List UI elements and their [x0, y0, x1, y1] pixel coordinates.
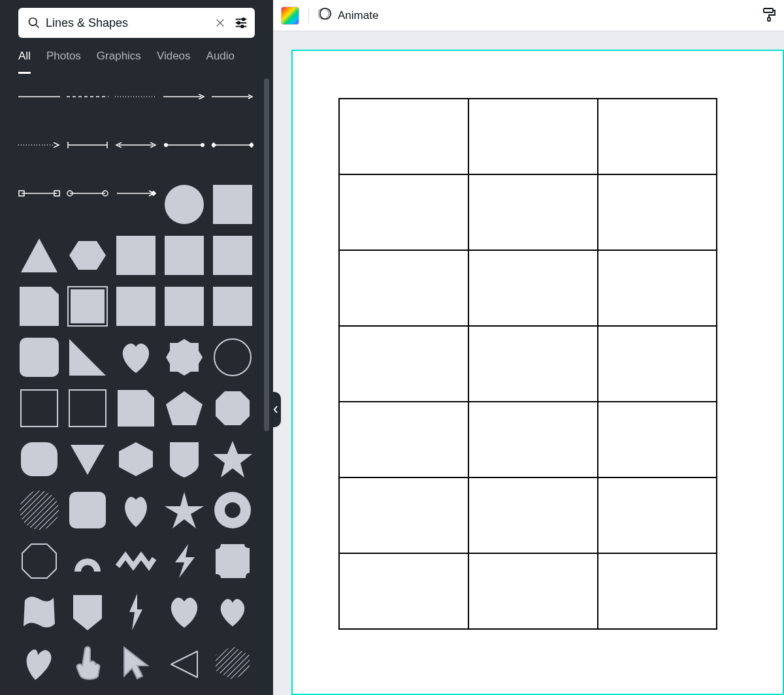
shape-circle-outline[interactable]	[212, 336, 253, 378]
shape-shield[interactable]	[163, 438, 205, 480]
shape-square-filled[interactable]	[212, 184, 253, 225]
shape-square-5[interactable]	[115, 285, 157, 327]
shape-zigzag[interactable]	[115, 540, 157, 582]
shape-octagon-outline[interactable]	[18, 540, 60, 582]
shape-hatched-hexagon[interactable]	[212, 642, 253, 684]
shape-rounded-square[interactable]	[18, 336, 60, 378]
tab-all[interactable]: All	[18, 50, 31, 74]
shape-arrow-thin[interactable]	[212, 87, 253, 106]
tab-audio[interactable]: Audio	[206, 50, 235, 74]
shape-heart-tilt[interactable]	[18, 642, 60, 684]
svg-marker-58	[213, 441, 252, 477]
shape-line-square-ends[interactable]	[18, 184, 60, 203]
tabs: All Photos Graphics Videos Audio	[0, 38, 273, 74]
svg-marker-71	[216, 646, 250, 680]
shape-folded-corner[interactable]	[18, 285, 60, 327]
shape-line-dotted[interactable]	[115, 87, 157, 106]
svg-marker-69	[171, 651, 197, 677]
shape-hatched-circle[interactable]	[18, 489, 60, 531]
filter-icon[interactable]	[234, 16, 248, 30]
svg-point-34	[165, 185, 204, 224]
svg-marker-56	[71, 445, 105, 475]
shape-donut[interactable]	[212, 489, 253, 531]
shape-squircle[interactable]	[18, 438, 60, 480]
shape-square-bordered[interactable]	[67, 285, 108, 327]
shape-circle-filled[interactable]	[163, 184, 205, 225]
shape-square-7[interactable]	[212, 285, 253, 327]
shape-pentagon[interactable]	[163, 387, 205, 429]
shape-line-dashed[interactable]	[67, 87, 108, 106]
shape-star-5[interactable]	[212, 438, 253, 480]
shape-square-6[interactable]	[163, 285, 205, 327]
svg-marker-54	[216, 391, 250, 425]
shape-cursor[interactable]	[115, 642, 157, 684]
tab-videos[interactable]: Videos	[157, 50, 191, 74]
shape-clip-corner[interactable]	[115, 387, 157, 429]
clear-icon[interactable]	[214, 17, 226, 29]
shape-play-triangle[interactable]	[163, 642, 205, 684]
svg-point-64	[225, 502, 240, 518]
shape-square-outline[interactable]	[18, 387, 60, 429]
canvas-grid-element[interactable]	[338, 98, 717, 630]
shape-notched-square[interactable]	[212, 540, 253, 582]
shape-arc[interactable]	[67, 540, 108, 582]
shape-star-outline[interactable]	[163, 489, 205, 531]
svg-rect-46	[213, 287, 252, 326]
canvas-area[interactable]	[273, 31, 784, 695]
shape-line-dot-ends[interactable]	[163, 135, 205, 155]
shape-lightning[interactable]	[163, 540, 205, 582]
shape-wavy-square[interactable]	[18, 591, 60, 633]
shape-bolt[interactable]	[115, 591, 157, 633]
shape-pointer-hand[interactable]	[67, 642, 108, 684]
svg-line-1	[36, 25, 39, 28]
search-input[interactable]	[46, 16, 210, 30]
svg-point-21	[164, 143, 168, 147]
shape-heart-2[interactable]	[163, 591, 205, 633]
shape-square-2[interactable]	[115, 234, 157, 276]
shape-right-triangle[interactable]	[67, 336, 108, 378]
shape-hexagon-2[interactable]	[115, 438, 157, 480]
sidebar-scrollbar[interactable]	[264, 78, 269, 431]
animate-button[interactable]: Animate	[318, 7, 378, 24]
shape-double-arrow[interactable]	[115, 135, 157, 155]
shape-dotted-arrow[interactable]	[18, 135, 60, 155]
shape-shield-2[interactable]	[67, 591, 108, 633]
tab-photos[interactable]: Photos	[46, 50, 81, 74]
svg-rect-42	[71, 289, 105, 323]
shape-square-3[interactable]	[163, 234, 205, 276]
shape-arrow-right[interactable]	[163, 87, 205, 106]
shape-line-bar-ends[interactable]	[67, 135, 108, 155]
canvas-page[interactable]	[291, 50, 784, 695]
shape-line-circle-ends[interactable]	[67, 184, 108, 203]
shape-triangle[interactable]	[18, 234, 60, 276]
shape-seal[interactable]	[163, 336, 205, 378]
shape-line-solid[interactable]	[18, 87, 60, 106]
search-bar	[18, 8, 255, 38]
shape-rounded-square-2[interactable]	[67, 489, 108, 531]
shape-triangle-down[interactable]	[67, 438, 108, 480]
svg-rect-44	[116, 287, 155, 326]
shape-heart[interactable]	[115, 336, 157, 378]
svg-rect-39	[165, 236, 204, 275]
svg-rect-75	[768, 18, 770, 21]
main-area: Animate	[273, 0, 784, 695]
styles-button[interactable]	[760, 7, 776, 25]
svg-rect-50	[21, 390, 57, 427]
shape-octagon[interactable]	[212, 387, 253, 429]
shape-heart-long[interactable]	[115, 489, 157, 531]
shape-square-4[interactable]	[212, 234, 253, 276]
svg-marker-68	[124, 647, 148, 679]
tab-graphics[interactable]: Graphics	[97, 50, 141, 74]
shape-line-diamond-ends[interactable]	[212, 135, 253, 155]
toolbar-divider	[308, 8, 309, 24]
animate-label: Animate	[338, 9, 378, 22]
shape-hexagon[interactable]	[67, 234, 108, 276]
shapes-results[interactable]	[0, 74, 273, 695]
shape-heart-3[interactable]	[212, 591, 253, 633]
shape-square-outline-2[interactable]	[67, 387, 108, 429]
svg-point-0	[29, 18, 37, 26]
svg-marker-36	[21, 238, 57, 272]
svg-marker-66	[175, 544, 195, 578]
color-picker-button[interactable]	[281, 7, 299, 25]
shape-line-arrow-square[interactable]	[115, 184, 157, 203]
